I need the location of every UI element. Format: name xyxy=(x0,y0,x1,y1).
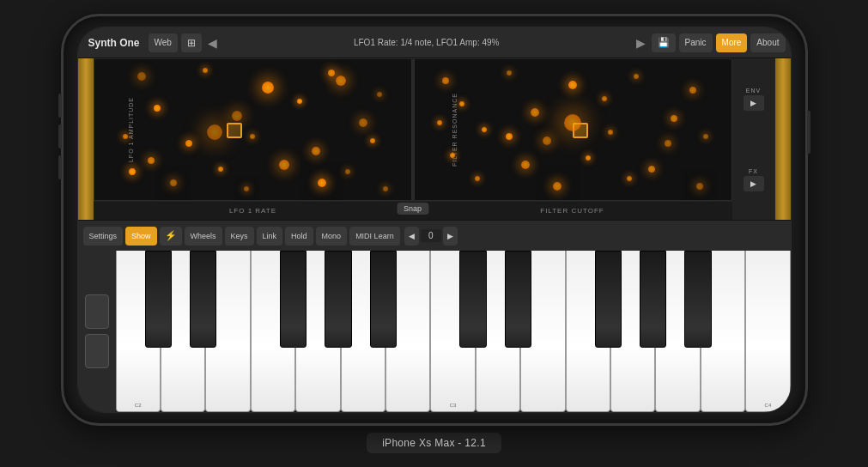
particle xyxy=(377,92,382,97)
midi-nav: ◀ 0 ▶ xyxy=(404,227,458,246)
lfo-amplitude-label: LFO 1 AMPLITUDE xyxy=(127,97,133,162)
particle xyxy=(531,108,539,117)
xy-cursor-right xyxy=(573,123,588,138)
black-key[interactable] xyxy=(684,251,711,348)
black-key[interactable] xyxy=(370,251,397,348)
lfo-rate-label: LFO 1 RATE xyxy=(94,207,413,215)
snap-button[interactable]: Snap xyxy=(397,203,428,215)
web-button[interactable]: Web xyxy=(149,33,178,52)
black-key[interactable] xyxy=(505,251,531,348)
midi-prev-button[interactable]: ◀ xyxy=(404,227,419,246)
link-button[interactable]: Link xyxy=(257,227,283,246)
topbar-right: 💾 Panic More About xyxy=(652,33,786,52)
particle xyxy=(244,186,249,191)
about-button[interactable]: About xyxy=(750,33,785,52)
xy-cursor-left xyxy=(227,123,242,138)
keys-button[interactable]: Keys xyxy=(225,227,254,246)
particle xyxy=(170,179,177,186)
main-content: LFO 1 AMPLITUDE FILTER RESONANCE xyxy=(78,58,791,220)
fx-button[interactable]: ▶ xyxy=(744,176,764,191)
black-key[interactable] xyxy=(280,251,307,348)
particle xyxy=(437,120,442,125)
xy-pad-right[interactable]: FILTER RESONANCE xyxy=(414,58,732,201)
particle xyxy=(336,76,346,86)
fx-label: FX xyxy=(749,168,758,174)
wood-strip-right xyxy=(775,58,791,220)
midi-number: 0 xyxy=(421,229,441,242)
env-button[interactable]: ▶ xyxy=(744,95,764,111)
xy-pads-row: LFO 1 AMPLITUDE FILTER RESONANCE xyxy=(94,58,732,201)
snap-btn-wrapper: Snap xyxy=(397,199,428,215)
nav-right-button[interactable]: ▶ xyxy=(634,36,648,50)
black-key[interactable] xyxy=(640,251,666,348)
device-screen: Synth One Web ⊞ ◀ LFO1 Rate: 1/4 note, L… xyxy=(77,27,792,413)
black-key[interactable] xyxy=(325,251,351,348)
particle xyxy=(318,179,326,187)
key-label-C2: C2 xyxy=(135,403,142,408)
mod-wheel[interactable] xyxy=(85,334,109,368)
mono-button[interactable]: Mono xyxy=(316,227,348,246)
particle xyxy=(442,77,449,84)
particle xyxy=(218,167,223,172)
particle xyxy=(207,124,222,140)
xy-pads-area: LFO 1 AMPLITUDE FILTER RESONANCE xyxy=(94,58,732,220)
particle xyxy=(586,155,591,161)
wood-strip-left xyxy=(78,58,94,220)
key-label-C3: C3 xyxy=(450,403,457,408)
black-key[interactable] xyxy=(190,251,216,348)
particle xyxy=(634,74,639,79)
particle xyxy=(608,130,613,135)
white-key-C4[interactable]: C4 xyxy=(745,251,790,412)
fx-group: FX ▶ xyxy=(744,168,764,191)
wheels-button[interactable]: Wheels xyxy=(185,227,222,246)
midi-next-button[interactable]: ▶ xyxy=(443,227,458,246)
particle xyxy=(345,169,350,174)
app-logo: Synth One xyxy=(83,37,145,49)
nav-left-button[interactable]: ◀ xyxy=(205,36,220,50)
particle xyxy=(232,111,242,121)
device-wrapper: Synth One Web ⊞ ◀ LFO1 Rate: 1/4 note, L… xyxy=(61,14,808,453)
particle xyxy=(506,133,513,140)
particle xyxy=(297,99,302,104)
particle xyxy=(703,134,708,139)
particle xyxy=(328,70,335,76)
particle xyxy=(250,134,255,139)
save-button[interactable]: 💾 xyxy=(652,33,676,52)
settings-button[interactable]: Settings xyxy=(83,227,124,246)
app-container: Synth One Web ⊞ ◀ LFO1 Rate: 1/4 note, L… xyxy=(78,27,791,412)
filter-resonance-label: FILTER RESONANCE xyxy=(452,93,458,167)
piano-wrapper: C2C3C4 xyxy=(78,251,791,412)
key-label-C4: C4 xyxy=(765,403,772,408)
particle xyxy=(203,68,208,73)
particle xyxy=(568,81,577,89)
particle xyxy=(370,138,375,143)
particle xyxy=(553,182,561,191)
particle xyxy=(459,101,464,106)
grid-button[interactable]: ⊞ xyxy=(181,33,202,52)
xy-pad-left[interactable]: LFO 1 AMPLITUDE xyxy=(94,58,412,201)
env-group: ENV ▶ xyxy=(744,88,764,111)
black-key[interactable] xyxy=(145,251,172,348)
topbar: Synth One Web ⊞ ◀ LFO1 Rate: 1/4 note, L… xyxy=(78,27,791,58)
midi-learn-button[interactable]: MIDI Learn xyxy=(349,227,400,246)
particle xyxy=(482,127,487,132)
particle xyxy=(262,82,274,94)
show-button[interactable]: Show xyxy=(125,227,157,246)
black-key[interactable] xyxy=(459,251,486,348)
pitch-wheel[interactable] xyxy=(85,294,109,329)
bluetooth-button[interactable]: ⚡ xyxy=(160,227,182,246)
right-panel: ENV ▶ FX ▶ xyxy=(732,58,775,220)
particle xyxy=(359,118,367,127)
more-button[interactable]: More xyxy=(716,33,748,52)
panic-button[interactable]: Panic xyxy=(679,33,713,52)
particle xyxy=(129,168,136,175)
particle xyxy=(543,136,551,145)
particle xyxy=(665,140,671,147)
particle xyxy=(137,72,146,81)
hold-button[interactable]: Hold xyxy=(285,227,313,246)
particle xyxy=(648,166,655,173)
piano-keys-container[interactable]: C2C3C4 xyxy=(116,251,791,412)
particle xyxy=(602,96,607,101)
black-key[interactable] xyxy=(595,251,622,348)
particle xyxy=(148,157,155,164)
